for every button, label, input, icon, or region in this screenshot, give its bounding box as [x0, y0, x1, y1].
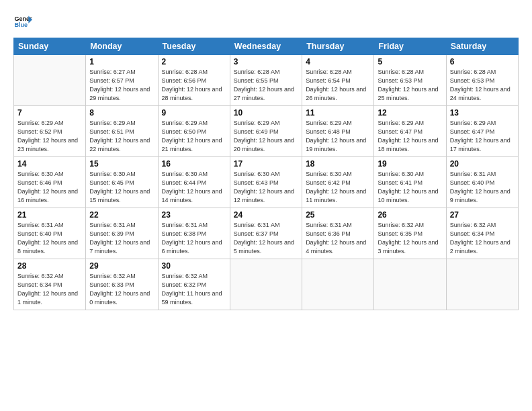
calendar-cell: 1Sunrise: 6:27 AM Sunset: 6:57 PM Daylig… — [86, 55, 158, 106]
calendar-cell: 14Sunrise: 6:30 AM Sunset: 6:46 PM Dayli… — [14, 157, 86, 208]
day-detail: Sunrise: 6:27 AM Sunset: 6:57 PM Dayligh… — [89, 68, 154, 103]
calendar-cell: 13Sunrise: 6:29 AM Sunset: 6:47 PM Dayli… — [446, 106, 518, 157]
day-number: 3 — [234, 57, 298, 66]
calendar-cell: 3Sunrise: 6:28 AM Sunset: 6:55 PM Daylig… — [230, 55, 302, 106]
day-number: 9 — [162, 108, 226, 118]
day-number: 18 — [306, 159, 370, 169]
calendar-cell — [446, 259, 518, 310]
day-number: 5 — [378, 57, 442, 66]
weekday-header: Sunday — [14, 38, 86, 55]
day-number: 21 — [17, 210, 82, 220]
calendar-cell: 29Sunrise: 6:32 AM Sunset: 6:33 PM Dayli… — [86, 259, 158, 310]
day-number: 27 — [450, 210, 515, 220]
calendar-cell: 26Sunrise: 6:32 AM Sunset: 6:35 PM Dayli… — [374, 208, 446, 259]
day-number: 2 — [162, 57, 226, 66]
calendar-cell: 20Sunrise: 6:31 AM Sunset: 6:40 PM Dayli… — [446, 157, 518, 208]
calendar-cell: 4Sunrise: 6:28 AM Sunset: 6:54 PM Daylig… — [302, 55, 374, 106]
day-detail: Sunrise: 6:30 AM Sunset: 6:43 PM Dayligh… — [234, 170, 298, 205]
calendar-cell: 16Sunrise: 6:30 AM Sunset: 6:44 PM Dayli… — [158, 157, 230, 208]
day-detail: Sunrise: 6:29 AM Sunset: 6:49 PM Dayligh… — [234, 119, 298, 154]
weekday-header: Wednesday — [230, 38, 302, 55]
logo: General Blue — [13, 12, 32, 31]
calendar-cell — [302, 259, 374, 310]
calendar-cell: 19Sunrise: 6:30 AM Sunset: 6:41 PM Dayli… — [374, 157, 446, 208]
day-number: 20 — [450, 159, 515, 169]
day-number: 25 — [306, 210, 370, 220]
day-detail: Sunrise: 6:32 AM Sunset: 6:34 PM Dayligh… — [17, 272, 82, 307]
calendar-cell: 22Sunrise: 6:31 AM Sunset: 6:39 PM Dayli… — [86, 208, 158, 259]
day-number: 24 — [234, 210, 298, 220]
calendar-cell: 25Sunrise: 6:31 AM Sunset: 6:36 PM Dayli… — [302, 208, 374, 259]
day-detail: Sunrise: 6:32 AM Sunset: 6:33 PM Dayligh… — [89, 272, 154, 307]
day-detail: Sunrise: 6:29 AM Sunset: 6:47 PM Dayligh… — [450, 119, 515, 154]
calendar-cell: 5Sunrise: 6:28 AM Sunset: 6:53 PM Daylig… — [374, 55, 446, 106]
calendar-cell: 2Sunrise: 6:28 AM Sunset: 6:56 PM Daylig… — [158, 55, 230, 106]
calendar-cell — [230, 259, 302, 310]
day-detail: Sunrise: 6:29 AM Sunset: 6:51 PM Dayligh… — [89, 119, 154, 154]
weekday-header: Friday — [374, 38, 446, 55]
day-detail: Sunrise: 6:28 AM Sunset: 6:55 PM Dayligh… — [234, 68, 298, 103]
page-header: General Blue — [13, 12, 519, 31]
day-detail: Sunrise: 6:31 AM Sunset: 6:40 PM Dayligh… — [450, 170, 515, 205]
calendar-cell: 8Sunrise: 6:29 AM Sunset: 6:51 PM Daylig… — [86, 106, 158, 157]
day-number: 8 — [89, 108, 154, 118]
day-number: 28 — [17, 261, 82, 271]
day-detail: Sunrise: 6:29 AM Sunset: 6:47 PM Dayligh… — [378, 119, 442, 154]
day-detail: Sunrise: 6:31 AM Sunset: 6:37 PM Dayligh… — [234, 221, 298, 256]
day-number: 10 — [234, 108, 298, 118]
calendar-cell: 28Sunrise: 6:32 AM Sunset: 6:34 PM Dayli… — [14, 259, 86, 310]
day-detail: Sunrise: 6:32 AM Sunset: 6:35 PM Dayligh… — [378, 221, 442, 256]
day-number: 1 — [89, 57, 154, 66]
day-detail: Sunrise: 6:31 AM Sunset: 6:40 PM Dayligh… — [17, 221, 82, 256]
calendar-cell: 15Sunrise: 6:30 AM Sunset: 6:45 PM Dayli… — [86, 157, 158, 208]
day-detail: Sunrise: 6:28 AM Sunset: 6:53 PM Dayligh… — [378, 68, 442, 103]
day-number: 16 — [162, 159, 226, 169]
calendar-cell: 30Sunrise: 6:32 AM Sunset: 6:32 PM Dayli… — [158, 259, 230, 310]
day-number: 23 — [162, 210, 226, 220]
calendar-cell: 18Sunrise: 6:30 AM Sunset: 6:42 PM Dayli… — [302, 157, 374, 208]
calendar-cell: 17Sunrise: 6:30 AM Sunset: 6:43 PM Dayli… — [230, 157, 302, 208]
day-number: 6 — [450, 57, 515, 66]
day-number: 22 — [89, 210, 154, 220]
day-detail: Sunrise: 6:28 AM Sunset: 6:56 PM Dayligh… — [162, 68, 226, 103]
day-detail: Sunrise: 6:29 AM Sunset: 6:48 PM Dayligh… — [306, 119, 370, 154]
day-number: 26 — [378, 210, 442, 220]
day-number: 29 — [89, 261, 154, 271]
calendar-cell: 24Sunrise: 6:31 AM Sunset: 6:37 PM Dayli… — [230, 208, 302, 259]
calendar-cell — [374, 259, 446, 310]
day-number: 15 — [89, 159, 154, 169]
calendar-cell: 10Sunrise: 6:29 AM Sunset: 6:49 PM Dayli… — [230, 106, 302, 157]
svg-text:Blue: Blue — [14, 21, 28, 28]
day-number: 19 — [378, 159, 442, 169]
day-detail: Sunrise: 6:31 AM Sunset: 6:36 PM Dayligh… — [306, 221, 370, 256]
day-number: 4 — [306, 57, 370, 66]
calendar-cell: 7Sunrise: 6:29 AM Sunset: 6:52 PM Daylig… — [14, 106, 86, 157]
calendar-cell: 12Sunrise: 6:29 AM Sunset: 6:47 PM Dayli… — [374, 106, 446, 157]
weekday-header: Saturday — [446, 38, 518, 55]
calendar-cell — [14, 55, 86, 106]
day-detail: Sunrise: 6:30 AM Sunset: 6:42 PM Dayligh… — [306, 170, 370, 205]
day-detail: Sunrise: 6:31 AM Sunset: 6:38 PM Dayligh… — [162, 221, 226, 256]
day-number: 14 — [17, 159, 82, 169]
day-detail: Sunrise: 6:28 AM Sunset: 6:54 PM Dayligh… — [306, 68, 370, 103]
day-detail: Sunrise: 6:29 AM Sunset: 6:52 PM Dayligh… — [17, 119, 82, 154]
day-detail: Sunrise: 6:30 AM Sunset: 6:46 PM Dayligh… — [17, 170, 82, 205]
day-detail: Sunrise: 6:29 AM Sunset: 6:50 PM Dayligh… — [162, 119, 226, 154]
logo-icon: General Blue — [13, 12, 32, 31]
day-number: 11 — [306, 108, 370, 118]
calendar-cell: 21Sunrise: 6:31 AM Sunset: 6:40 PM Dayli… — [14, 208, 86, 259]
calendar-cell: 9Sunrise: 6:29 AM Sunset: 6:50 PM Daylig… — [158, 106, 230, 157]
weekday-header: Tuesday — [158, 38, 230, 55]
day-detail: Sunrise: 6:32 AM Sunset: 6:34 PM Dayligh… — [450, 221, 515, 256]
weekday-header: Thursday — [302, 38, 374, 55]
calendar-cell: 23Sunrise: 6:31 AM Sunset: 6:38 PM Dayli… — [158, 208, 230, 259]
day-detail: Sunrise: 6:31 AM Sunset: 6:39 PM Dayligh… — [89, 221, 154, 256]
day-number: 7 — [17, 108, 82, 118]
day-detail: Sunrise: 6:32 AM Sunset: 6:32 PM Dayligh… — [162, 272, 226, 307]
day-detail: Sunrise: 6:28 AM Sunset: 6:53 PM Dayligh… — [450, 68, 515, 103]
day-number: 12 — [378, 108, 442, 118]
calendar-cell: 27Sunrise: 6:32 AM Sunset: 6:34 PM Dayli… — [446, 208, 518, 259]
day-detail: Sunrise: 6:30 AM Sunset: 6:41 PM Dayligh… — [378, 170, 442, 205]
day-detail: Sunrise: 6:30 AM Sunset: 6:45 PM Dayligh… — [89, 170, 154, 205]
calendar-table: SundayMondayTuesdayWednesdayThursdayFrid… — [13, 38, 519, 310]
